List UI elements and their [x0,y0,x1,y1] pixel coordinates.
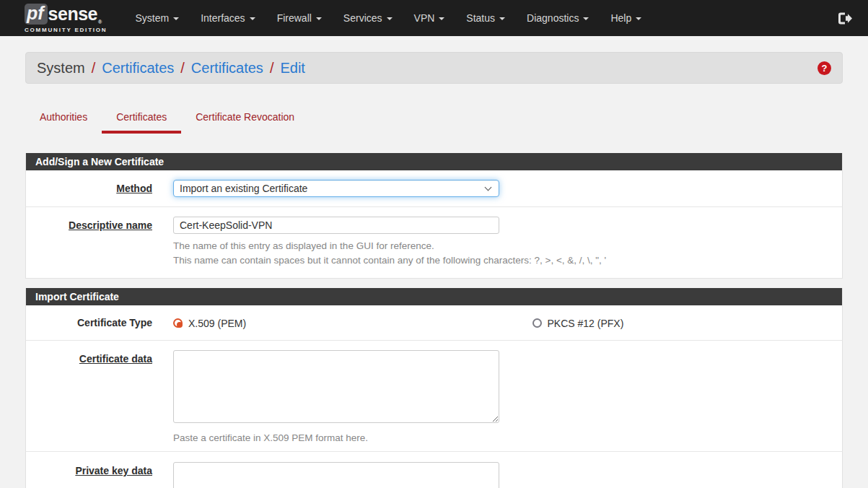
chevron-down-icon [173,17,179,20]
descriptive-name-help: The name of this entry as displayed in t… [173,239,833,269]
nav-item-system[interactable]: System [124,1,190,35]
method-label: Method [35,180,173,197]
breadcrumb-separator: / [270,60,274,77]
panel-add-sign-certificate: Add/Sign a New Certificate Method Import… [25,153,843,279]
chevron-down-icon [636,17,641,20]
private-key-data-label: Private key data [35,462,173,488]
descriptive-name-input[interactable] [173,217,499,234]
nav-item-vpn[interactable]: VPN [403,1,456,35]
tab-authorities[interactable]: Authorities [25,105,102,134]
breadcrumb-link-certificates-1[interactable]: Certificates [102,60,174,77]
logout-button[interactable] [837,12,852,25]
tab-certificates[interactable]: Certificates [102,105,181,134]
tab-certificate-revocation[interactable]: Certificate Revocation [181,105,309,134]
panel-body: Method Import an existing Certificate De… [26,170,842,278]
community-edition-label: COMMUNITY EDITION [25,27,107,33]
private-key-data-textarea[interactable] [173,462,499,488]
method-select[interactable]: Import an existing Certificate [173,180,499,197]
registered-trademark-mark: ® [98,19,102,25]
nav-item-status[interactable]: Status [455,1,516,35]
certificate-data-help: Paste a certificate in X.509 PEM format … [173,431,833,445]
chevron-down-icon [250,17,255,20]
panel-import-certificate: Import Certificate Certificate Type X.50… [25,288,843,488]
nav-item-firewall[interactable]: Firewall [266,1,333,35]
nav-item-services[interactable]: Services [333,1,403,35]
breadcrumb-link-certificates-2[interactable]: Certificates [191,60,263,77]
chevron-down-icon [439,17,444,20]
breadcrumb-link-edit[interactable]: Edit [280,60,304,77]
chevron-down-icon [499,17,505,20]
descriptive-name-label: Descriptive name [35,217,173,269]
radio-selected-icon[interactable] [173,318,183,328]
nav-item-label: Services [343,12,382,24]
help-icon[interactable]: ? [817,61,831,75]
certificate-tabs: Authorities Certificates Certificate Rev… [25,105,843,134]
chevron-down-icon [387,17,393,20]
nav-item-label: Status [466,12,495,24]
chevron-down-icon [316,17,322,20]
nav-item-interfaces[interactable]: Interfaces [190,1,266,35]
form-row-certificate-type: Certificate Type X.509 (PEM) PKCS #12 (P… [26,305,842,341]
top-navbar: pfsense® COMMUNITY EDITION System Interf… [0,0,868,36]
help-line-2: This name can contain spaces but it cann… [173,253,833,268]
certificate-type-radio-group: X.509 (PEM) PKCS #12 (PFX) [173,316,833,329]
chevron-down-icon [583,17,589,20]
nav-item-label: VPN [414,12,435,24]
form-row-method: Method Import an existing Certificate [26,170,842,207]
nav-item-help[interactable]: Help [600,1,652,35]
breadcrumb-separator: / [180,60,185,77]
panel-body: Certificate Type X.509 (PEM) PKCS #12 (P… [26,305,842,488]
panel-title: Import Certificate [26,288,842,305]
certificate-type-label: Certificate Type [35,316,173,329]
pfsense-logo[interactable]: pfsense® COMMUNITY EDITION [25,4,107,33]
breadcrumb: System / Certificates / Certificates / E… [25,52,843,84]
form-row-private-key-data: Private key data [26,452,842,488]
panel-title: Add/Sign a New Certificate [26,153,842,170]
radio-option-x509-pem[interactable]: X.509 (PEM) [173,318,504,329]
nav-item-diagnostics[interactable]: Diagnostics [516,1,600,35]
nav-item-label: System [135,12,169,24]
nav-item-label: Firewall [277,12,312,24]
radio-label: X.509 (PEM) [188,318,246,329]
method-select-wrapper: Import an existing Certificate [173,180,499,197]
certificate-data-textarea[interactable] [173,350,499,423]
pf-logo-box: pf [25,4,48,25]
breadcrumb-item-system: System [37,60,85,77]
form-row-certificate-data: Certificate data Paste a certificate in … [26,341,842,452]
breadcrumb-separator: / [92,60,96,77]
sign-out-icon [837,12,852,25]
radio-unselected-icon[interactable] [532,318,542,328]
radio-option-pkcs12-pfx[interactable]: PKCS #12 (PFX) [504,318,834,329]
radio-label: PKCS #12 (PFX) [548,318,624,329]
nav-item-label: Help [610,12,631,24]
main-menu: System Interfaces Firewall Services VPN … [124,1,652,35]
nav-item-label: Diagnostics [527,12,579,24]
help-line-1: The name of this entry as displayed in t… [173,239,833,253]
pfsense-logo-text: pfsense® [25,4,107,25]
certificate-data-label: Certificate data [35,350,173,445]
form-row-descriptive-name: Descriptive name The name of this entry … [26,207,842,278]
nav-item-label: Interfaces [201,12,245,24]
